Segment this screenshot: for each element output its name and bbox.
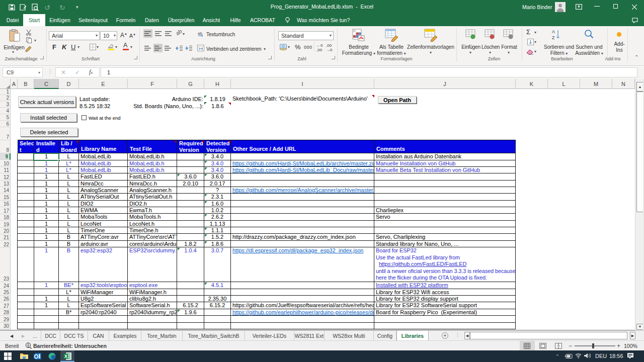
svg-text:Z: Z (552, 35, 555, 40)
svg-text:A: A (552, 29, 555, 34)
